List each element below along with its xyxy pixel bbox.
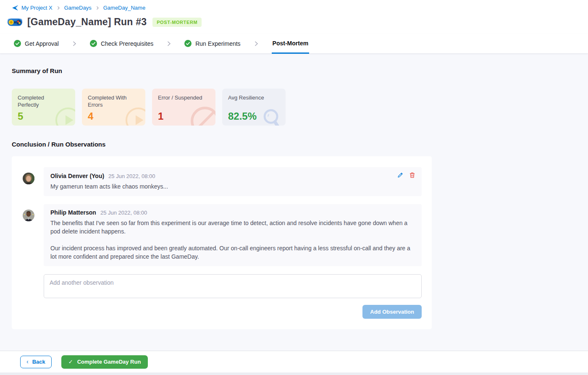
comment-bubble: Olivia Denver (You) 25 Jun 2022, 08:00 [44,167,422,196]
tab-label: Run Experiments [195,40,240,47]
tab-post-mortem[interactable]: Post-Mortem [272,34,310,54]
window-bottom-strip [0,372,588,375]
stat-card-error-suspended: Error / Suspended 1 [152,89,215,126]
check-circle-icon [90,40,97,47]
chevron-right-icon [56,6,60,10]
chevron-right-icon [253,34,259,53]
add-observation-input[interactable] [44,274,422,298]
observations-heading: Conclusion / Run Observations [12,141,576,148]
gamepad-icon [7,17,23,28]
tab-check-prerequisites[interactable]: Check Prerequisites [90,34,153,53]
check-circle-icon [14,40,21,47]
comment-text: My gamerun team acts like chaos monkeys.… [50,182,415,191]
title-row: [GameDay_Name] Run #3 POST-MORTERM [0,11,588,34]
summary-cards: Completed Perfectly 5 Completed With Err… [12,89,576,126]
stat-value: 82.5% [228,110,280,122]
summary-heading: Summary of Run [12,67,576,74]
chevron-right-icon [95,6,100,10]
back-button[interactable]: ‹ Back [20,356,52,368]
run-steps-bar: Get Approval Check Prerequisites Run Exp… [0,34,588,54]
page-title: [GameDay_Name] Run #3 [27,16,147,28]
comment-bubble: Philip Matterson 25 Jun 2022, 08:00 The … [44,204,422,266]
observation-comment: Olivia Denver (You) 25 Jun 2022, 08:00 [23,167,422,196]
status-badge: POST-MORTERM [152,18,202,27]
tab-run-experiments[interactable]: Run Experiments [184,34,240,53]
observations-panel: Olivia Denver (You) 25 Jun 2022, 08:00 [12,156,432,329]
breadcrumb: My Project X GameDays GameDay_Name [0,0,588,11]
complete-gameday-run-button[interactable]: ✓ Complete GameDay Run [61,355,148,369]
project-icon [12,5,18,11]
comment-author: Olivia Denver (You) [50,173,104,179]
avatar [23,210,34,221]
breadcrumb-link-project[interactable]: My Project X [21,5,52,11]
chevron-right-icon [166,34,172,53]
observation-comment: Philip Matterson 25 Jun 2022, 08:00 The … [23,204,422,266]
check-circle-icon [184,40,192,47]
check-icon: ✓ [68,359,73,365]
breadcrumb-link-gameday-name[interactable]: GameDay_Name [103,5,145,11]
stat-card-avg-resilience: Avg Resilience 82.5% [222,89,286,126]
page-header: My Project X GameDays GameDay_Name [0,0,588,34]
tab-label: Post-Mortem [273,40,309,47]
comment-text: The benefits that I've seen so far from … [50,219,415,261]
gameday-run-page: My Project X GameDays GameDay_Name [0,0,588,375]
tab-get-approval[interactable]: Get Approval [14,34,59,53]
tab-label: Get Approval [25,40,59,47]
comment-timestamp: 25 Jun 2022, 08:00 [108,173,155,179]
add-observation-button[interactable]: Add Observation [362,305,422,319]
tab-label: Check Prerequisites [101,40,153,47]
comment-timestamp: 25 Jun 2022, 08:00 [100,210,147,216]
stat-value: 4 [88,110,139,122]
stat-card-completed-with-errors: Completed With Errors 4 [82,89,145,126]
delete-icon[interactable] [410,172,415,178]
stat-value: 1 [158,110,210,122]
avatar [23,173,34,184]
comment-author: Philip Matterson [50,209,96,216]
footer-bar: ‹ Back ✓ Complete GameDay Run [0,351,588,372]
stat-value: 5 [18,110,69,122]
breadcrumb-link-gamedays[interactable]: GameDays [64,5,92,11]
content-area: Summary of Run Completed Perfectly 5 Com… [0,54,588,351]
stat-card-completed-perfectly: Completed Perfectly 5 [12,89,75,126]
chevron-left-icon: ‹ [26,359,29,365]
edit-icon[interactable] [397,172,403,178]
chevron-right-icon [71,34,77,53]
